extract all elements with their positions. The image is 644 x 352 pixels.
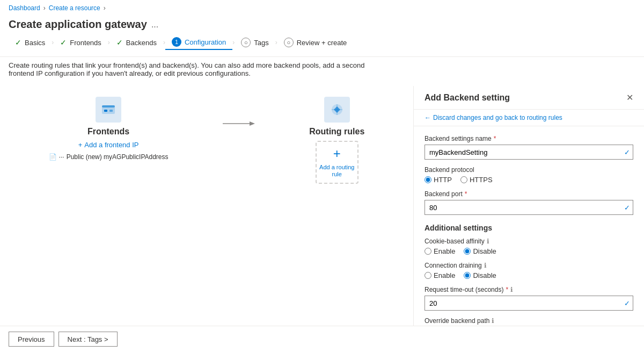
cookie-disable-text: Disable xyxy=(473,247,496,255)
backend-port-required: * xyxy=(465,190,467,198)
breadcrumb-sep2: › xyxy=(104,4,106,12)
panel-body: Backend settings name * ✓ Backend protoc… xyxy=(414,126,644,339)
step-configuration-circle: 1 xyxy=(172,37,181,47)
frontend-doc-icon: 📄 xyxy=(49,153,57,161)
request-timeout-row: Request time-out (seconds) * ℹ ✓ xyxy=(425,286,633,311)
breadcrumb-create-resource[interactable]: Create a resource xyxy=(49,4,100,12)
flow-panel: Frontends Add a frontend IP 📄 ··· Public… xyxy=(0,86,413,352)
required-marker: * xyxy=(494,135,496,142)
breadcrumb-sep1: › xyxy=(43,4,46,12)
backend-port-input[interactable] xyxy=(425,200,633,215)
main-layout: Frontends Add a frontend IP 📄 ··· Public… xyxy=(0,86,644,352)
timeout-info-icon[interactable]: ℹ xyxy=(510,286,513,293)
step-review[interactable]: ○ Review + create xyxy=(277,35,354,49)
svg-rect-2 xyxy=(104,110,107,112)
frontend-item: 📄 ··· Public (new) myAGPublicIPAddress xyxy=(49,153,169,161)
step-tags-circle: ○ xyxy=(241,38,251,47)
cookie-affinity-info-icon[interactable]: ℹ xyxy=(487,238,489,245)
cookie-disable-radio[interactable] xyxy=(464,248,471,255)
next-button[interactable]: Next : Tags > xyxy=(58,332,118,347)
cookie-disable-label[interactable]: Disable xyxy=(464,247,496,255)
step-frontends-check: ✓ xyxy=(60,38,67,47)
step-basics[interactable]: ✓ Basics xyxy=(9,36,52,49)
draining-enable-radio[interactable] xyxy=(425,272,431,279)
panel-title: Add Backend setting xyxy=(425,93,510,103)
panel-close-button[interactable]: ✕ xyxy=(626,92,633,103)
cookie-enable-text: Enable xyxy=(434,247,455,255)
connection-draining-row: Connection draining ℹ Enable Disable xyxy=(425,262,633,279)
cookie-affinity-radio-group: Enable Disable xyxy=(425,247,633,255)
svg-rect-1 xyxy=(102,105,115,107)
override-backend-path-label: Override backend path ℹ xyxy=(425,317,633,325)
page-header: Create application gateway ... xyxy=(0,16,644,35)
step-basics-check: ✓ xyxy=(15,38,21,47)
add-frontend-link[interactable]: Add a frontend IP xyxy=(78,141,139,149)
draining-disable-radio[interactable] xyxy=(464,272,471,279)
request-timeout-label: Request time-out (seconds) * ℹ xyxy=(425,286,633,293)
svg-marker-5 xyxy=(250,121,255,126)
flow-arrow xyxy=(223,118,255,129)
add-rule-plus: + xyxy=(333,146,341,162)
request-timeout-input[interactable] xyxy=(425,296,633,311)
connection-draining-label: Connection draining ℹ xyxy=(425,262,633,269)
timeout-required: * xyxy=(506,286,508,293)
step-frontends[interactable]: ✓ Frontends xyxy=(54,36,108,49)
back-to-routing-link[interactable]: Discard changes and go back to routing r… xyxy=(414,110,644,126)
protocol-http-radio[interactable] xyxy=(425,176,431,183)
request-timeout-input-row: ✓ xyxy=(425,296,633,311)
routing-rules-title: Routing rules xyxy=(309,127,364,137)
add-routing-rule-box[interactable]: + Add a routing rule xyxy=(316,141,358,184)
backend-port-input-row: ✓ xyxy=(425,200,633,215)
backend-protocol-row: Backend protocol HTTP HTTPS xyxy=(425,166,633,184)
cookie-enable-label[interactable]: Enable xyxy=(425,247,455,255)
protocol-http-label[interactable]: HTTP xyxy=(425,176,452,184)
step-backends-check: ✓ xyxy=(116,38,123,47)
panel-header: Add Backend setting ✕ xyxy=(414,86,644,110)
cookie-enable-radio[interactable] xyxy=(425,248,431,255)
routing-rules-box: Routing rules + Add a routing rule xyxy=(309,97,364,184)
step-backends[interactable]: ✓ Backends xyxy=(110,36,163,49)
protocol-https-text: HTTPS xyxy=(470,176,493,184)
step-configuration[interactable]: 1 Configuration xyxy=(165,35,232,50)
breadcrumb: Dashboard › Create a resource › xyxy=(0,0,644,16)
step-basics-label: Basics xyxy=(25,39,45,47)
draining-disable-label[interactable]: Disable xyxy=(464,271,496,279)
step-frontends-label: Frontends xyxy=(70,39,101,47)
backend-settings-check-icon: ✓ xyxy=(624,148,630,156)
step-review-label: Review + create xyxy=(297,39,347,47)
backend-settings-name-label: Backend settings name * xyxy=(425,135,633,142)
backend-settings-name-input-row: ✓ xyxy=(425,145,633,160)
connection-draining-radio-group: Enable Disable xyxy=(425,271,633,279)
timeout-check-icon: ✓ xyxy=(624,299,630,307)
backend-port-check-icon: ✓ xyxy=(624,204,630,212)
backend-settings-name-input[interactable] xyxy=(425,145,633,160)
protocol-https-radio[interactable] xyxy=(460,176,467,183)
breadcrumb-dashboard[interactable]: Dashboard xyxy=(9,4,40,12)
backend-port-label: Backend port * xyxy=(425,190,633,198)
step-backends-label: Backends xyxy=(126,39,157,47)
protocol-https-label[interactable]: HTTPS xyxy=(460,176,493,184)
step-review-circle: ○ xyxy=(284,38,294,47)
frontends-box: Frontends Add a frontend IP 📄 ··· Public… xyxy=(49,97,169,161)
frontends-icon xyxy=(96,97,121,123)
frontends-title: Frontends xyxy=(87,127,129,137)
step-tags[interactable]: ○ Tags xyxy=(235,35,275,49)
svg-rect-3 xyxy=(109,110,113,112)
backend-port-row: Backend port * ✓ xyxy=(425,190,633,215)
description-text: Create routing rules that link your fron… xyxy=(0,57,376,86)
backend-protocol-label: Backend protocol xyxy=(425,166,633,174)
step-configuration-label: Configuration xyxy=(185,38,226,46)
frontend-ellipsis-icon: ··· xyxy=(59,153,64,161)
draining-enable-label[interactable]: Enable xyxy=(425,271,455,279)
previous-button[interactable]: Previous xyxy=(9,332,54,347)
cookie-affinity-label: Cookie-based affinity ℹ xyxy=(425,238,633,245)
draining-enable-text: Enable xyxy=(434,271,455,279)
page-title: Create application gateway xyxy=(9,18,147,31)
connection-draining-info-icon[interactable]: ℹ xyxy=(484,262,487,269)
steps-nav: ✓ Basics › ✓ Frontends › ✓ Backends › 1 … xyxy=(0,35,644,57)
more-icon[interactable]: ... xyxy=(151,20,158,30)
backend-protocol-radio-group: HTTP HTTPS xyxy=(425,176,633,184)
additional-settings-title: Additional settings xyxy=(425,224,633,232)
frontend-item-text: Public (new) myAGPublicIPAddress xyxy=(67,153,169,161)
override-path-info-icon[interactable]: ℹ xyxy=(492,317,494,325)
